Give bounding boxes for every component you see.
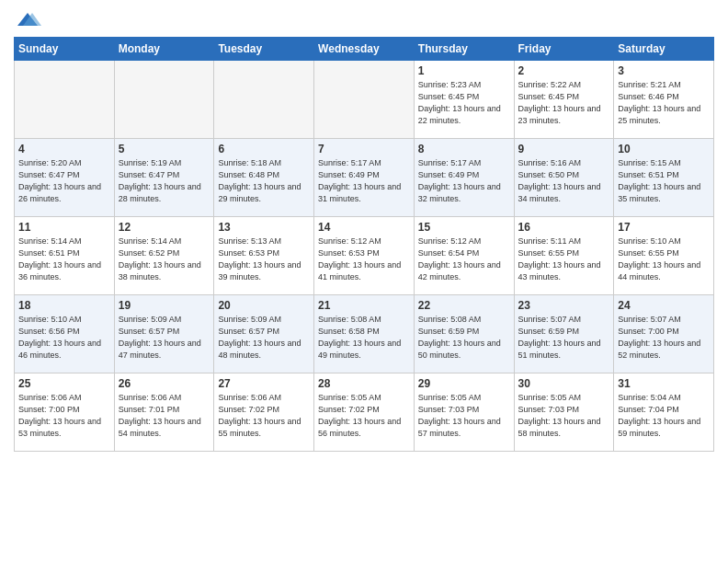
day-number: 21 bbox=[318, 299, 410, 312]
day-info: Sunrise: 5:11 AM Sunset: 6:55 PM Dayligh… bbox=[518, 236, 610, 283]
calendar-cell: 12Sunrise: 5:14 AM Sunset: 6:52 PM Dayli… bbox=[114, 217, 214, 295]
day-number: 13 bbox=[218, 221, 310, 234]
day-info: Sunrise: 5:20 AM Sunset: 6:47 PM Dayligh… bbox=[18, 157, 110, 205]
day-number: 11 bbox=[18, 221, 110, 234]
day-number: 7 bbox=[318, 143, 410, 155]
day-number: 19 bbox=[119, 299, 210, 312]
logo-icon bbox=[14, 9, 41, 31]
calendar-cell: 17Sunrise: 5:10 AM Sunset: 6:55 PM Dayli… bbox=[614, 217, 714, 295]
day-info: Sunrise: 5:06 AM Sunset: 7:01 PM Dayligh… bbox=[119, 392, 210, 440]
day-number: 17 bbox=[618, 221, 710, 234]
header bbox=[14, 9, 714, 31]
day-number: 24 bbox=[618, 299, 710, 312]
calendar-cell: 1Sunrise: 5:23 AM Sunset: 6:45 PM Daylig… bbox=[414, 61, 514, 139]
day-info: Sunrise: 5:09 AM Sunset: 6:57 PM Dayligh… bbox=[218, 314, 310, 362]
day-info: Sunrise: 5:12 AM Sunset: 6:54 PM Dayligh… bbox=[418, 236, 510, 283]
calendar-cell: 25Sunrise: 5:06 AM Sunset: 7:00 PM Dayli… bbox=[15, 373, 115, 452]
calendar-cell: 24Sunrise: 5:07 AM Sunset: 7:00 PM Dayli… bbox=[614, 295, 714, 373]
day-info: Sunrise: 5:10 AM Sunset: 6:56 PM Dayligh… bbox=[18, 314, 110, 362]
day-info: Sunrise: 5:17 AM Sunset: 6:49 PM Dayligh… bbox=[318, 157, 410, 205]
day-number: 3 bbox=[618, 64, 710, 77]
calendar-cell bbox=[15, 61, 115, 139]
weekday-header-tuesday: Tuesday bbox=[214, 38, 314, 61]
day-info: Sunrise: 5:17 AM Sunset: 6:49 PM Dayligh… bbox=[418, 157, 510, 205]
day-info: Sunrise: 5:14 AM Sunset: 6:52 PM Dayligh… bbox=[119, 236, 210, 283]
calendar-cell: 13Sunrise: 5:13 AM Sunset: 6:53 PM Dayli… bbox=[214, 217, 314, 295]
day-info: Sunrise: 5:07 AM Sunset: 7:00 PM Dayligh… bbox=[618, 314, 710, 362]
weekday-header-friday: Friday bbox=[514, 38, 614, 61]
day-info: Sunrise: 5:12 AM Sunset: 6:53 PM Dayligh… bbox=[318, 236, 410, 283]
calendar-cell: 29Sunrise: 5:05 AM Sunset: 7:03 PM Dayli… bbox=[414, 373, 514, 452]
day-number: 23 bbox=[518, 299, 610, 312]
calendar-cell: 4Sunrise: 5:20 AM Sunset: 6:47 PM Daylig… bbox=[15, 139, 115, 217]
day-number: 25 bbox=[18, 377, 110, 390]
calendar-cell: 9Sunrise: 5:16 AM Sunset: 6:50 PM Daylig… bbox=[514, 139, 614, 217]
calendar-cell: 8Sunrise: 5:17 AM Sunset: 6:49 PM Daylig… bbox=[414, 139, 514, 217]
day-info: Sunrise: 5:10 AM Sunset: 6:55 PM Dayligh… bbox=[618, 236, 710, 283]
day-number: 20 bbox=[218, 299, 310, 312]
day-number: 16 bbox=[518, 221, 610, 234]
calendar-cell: 2Sunrise: 5:22 AM Sunset: 6:45 PM Daylig… bbox=[514, 61, 614, 139]
calendar-cell: 14Sunrise: 5:12 AM Sunset: 6:53 PM Dayli… bbox=[314, 217, 415, 295]
day-number: 6 bbox=[218, 143, 310, 155]
weekday-header-wednesday: Wednesday bbox=[314, 38, 415, 61]
calendar-cell: 28Sunrise: 5:05 AM Sunset: 7:02 PM Dayli… bbox=[314, 373, 415, 452]
calendar-cell: 19Sunrise: 5:09 AM Sunset: 6:57 PM Dayli… bbox=[114, 295, 214, 373]
day-info: Sunrise: 5:13 AM Sunset: 6:53 PM Dayligh… bbox=[218, 236, 310, 283]
week-row-2: 4Sunrise: 5:20 AM Sunset: 6:47 PM Daylig… bbox=[15, 139, 714, 217]
day-number: 30 bbox=[518, 377, 610, 390]
day-info: Sunrise: 5:06 AM Sunset: 7:00 PM Dayligh… bbox=[18, 392, 110, 440]
week-row-3: 11Sunrise: 5:14 AM Sunset: 6:51 PM Dayli… bbox=[15, 217, 714, 295]
calendar-cell: 21Sunrise: 5:08 AM Sunset: 6:58 PM Dayli… bbox=[314, 295, 415, 373]
day-number: 10 bbox=[618, 143, 710, 155]
calendar-cell: 15Sunrise: 5:12 AM Sunset: 6:54 PM Dayli… bbox=[414, 217, 514, 295]
calendar-cell: 22Sunrise: 5:08 AM Sunset: 6:59 PM Dayli… bbox=[414, 295, 514, 373]
calendar-cell: 23Sunrise: 5:07 AM Sunset: 6:59 PM Dayli… bbox=[514, 295, 614, 373]
day-info: Sunrise: 5:08 AM Sunset: 6:59 PM Dayligh… bbox=[418, 314, 510, 362]
day-info: Sunrise: 5:06 AM Sunset: 7:02 PM Dayligh… bbox=[218, 392, 310, 440]
calendar-cell: 11Sunrise: 5:14 AM Sunset: 6:51 PM Dayli… bbox=[15, 217, 115, 295]
day-number: 29 bbox=[418, 377, 510, 390]
day-number: 1 bbox=[418, 64, 510, 77]
day-number: 5 bbox=[119, 143, 210, 155]
weekday-header-monday: Monday bbox=[114, 38, 214, 61]
calendar-cell: 6Sunrise: 5:18 AM Sunset: 6:48 PM Daylig… bbox=[214, 139, 314, 217]
day-number: 26 bbox=[119, 377, 210, 390]
calendar-cell: 16Sunrise: 5:11 AM Sunset: 6:55 PM Dayli… bbox=[514, 217, 614, 295]
logo bbox=[14, 9, 45, 31]
day-number: 27 bbox=[218, 377, 310, 390]
calendar-table: SundayMondayTuesdayWednesdayThursdayFrid… bbox=[14, 37, 714, 452]
day-info: Sunrise: 5:04 AM Sunset: 7:04 PM Dayligh… bbox=[618, 392, 710, 440]
day-info: Sunrise: 5:15 AM Sunset: 6:51 PM Dayligh… bbox=[618, 157, 710, 205]
day-info: Sunrise: 5:08 AM Sunset: 6:58 PM Dayligh… bbox=[318, 314, 410, 362]
day-number: 8 bbox=[418, 143, 510, 155]
day-info: Sunrise: 5:07 AM Sunset: 6:59 PM Dayligh… bbox=[518, 314, 610, 362]
day-number: 22 bbox=[418, 299, 510, 312]
day-number: 28 bbox=[318, 377, 410, 390]
week-row-1: 1Sunrise: 5:23 AM Sunset: 6:45 PM Daylig… bbox=[15, 61, 714, 139]
weekday-header-sunday: Sunday bbox=[15, 38, 115, 61]
calendar-cell bbox=[214, 61, 314, 139]
day-number: 15 bbox=[418, 221, 510, 234]
day-number: 14 bbox=[318, 221, 410, 234]
day-info: Sunrise: 5:16 AM Sunset: 6:50 PM Dayligh… bbox=[518, 157, 610, 205]
day-info: Sunrise: 5:18 AM Sunset: 6:48 PM Dayligh… bbox=[218, 157, 310, 205]
day-number: 4 bbox=[18, 143, 110, 155]
day-info: Sunrise: 5:05 AM Sunset: 7:03 PM Dayligh… bbox=[418, 392, 510, 440]
day-info: Sunrise: 5:05 AM Sunset: 7:02 PM Dayligh… bbox=[318, 392, 410, 440]
calendar-cell bbox=[114, 61, 214, 139]
day-info: Sunrise: 5:22 AM Sunset: 6:45 PM Dayligh… bbox=[518, 79, 610, 127]
calendar-cell: 27Sunrise: 5:06 AM Sunset: 7:02 PM Dayli… bbox=[214, 373, 314, 452]
calendar-cell: 31Sunrise: 5:04 AM Sunset: 7:04 PM Dayli… bbox=[614, 373, 714, 452]
day-info: Sunrise: 5:21 AM Sunset: 6:46 PM Dayligh… bbox=[618, 79, 710, 127]
day-number: 31 bbox=[618, 377, 710, 390]
calendar-cell: 18Sunrise: 5:10 AM Sunset: 6:56 PM Dayli… bbox=[15, 295, 115, 373]
calendar-cell: 3Sunrise: 5:21 AM Sunset: 6:46 PM Daylig… bbox=[614, 61, 714, 139]
day-info: Sunrise: 5:19 AM Sunset: 6:47 PM Dayligh… bbox=[119, 157, 210, 205]
calendar-cell bbox=[314, 61, 415, 139]
calendar-cell: 30Sunrise: 5:05 AM Sunset: 7:03 PM Dayli… bbox=[514, 373, 614, 452]
calendar-cell: 10Sunrise: 5:15 AM Sunset: 6:51 PM Dayli… bbox=[614, 139, 714, 217]
week-row-4: 18Sunrise: 5:10 AM Sunset: 6:56 PM Dayli… bbox=[15, 295, 714, 373]
day-info: Sunrise: 5:23 AM Sunset: 6:45 PM Dayligh… bbox=[418, 79, 510, 127]
calendar-cell: 5Sunrise: 5:19 AM Sunset: 6:47 PM Daylig… bbox=[114, 139, 214, 217]
